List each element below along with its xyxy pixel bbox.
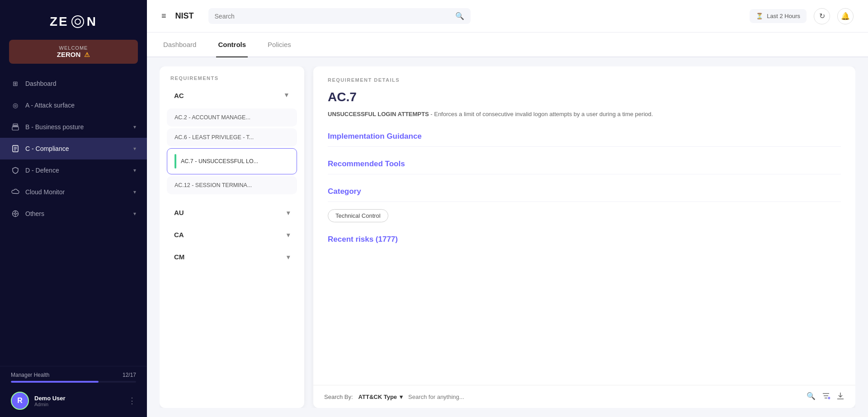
health-bar-fill xyxy=(11,381,99,383)
sidebar: ZE N WELCOME ZERON ⚠ ⊞ Dashboard ◎ A - A… xyxy=(0,0,147,417)
sidebar-item-label: Others xyxy=(25,210,133,217)
chevron-down-icon: ▾ xyxy=(400,394,403,400)
accordion-group-au: AU ▾ xyxy=(167,203,297,222)
svg-rect-0 xyxy=(12,126,19,127)
sidebar-item-attack-surface[interactable]: ◎ A - Attack surface xyxy=(0,94,147,116)
sidebar-item-cloud-monitor[interactable]: Cloud Monitor ▾ xyxy=(0,181,147,203)
refresh-button[interactable]: ↻ xyxy=(814,8,830,24)
sidebar-item-label: A - Attack surface xyxy=(25,102,136,109)
bottom-search-bar: Search By: ATT&CK Type ▾ 🔍 xyxy=(313,385,855,408)
hamburger-menu-icon[interactable]: ≡ xyxy=(161,11,166,21)
welcome-username: ZERON xyxy=(57,51,81,58)
chevron-down-icon: ▾ xyxy=(133,145,136,152)
requirements-scroll: AC ▲ AC.2 - ACCOUNT MANAGE... AC.6 - LEA… xyxy=(160,86,304,408)
bottom-search-input[interactable] xyxy=(408,394,801,400)
sidebar-item-label: B - Business posture xyxy=(25,123,133,131)
svg-rect-2 xyxy=(12,127,19,130)
sidebar-item-label: C - Compliance xyxy=(25,145,133,152)
topbar-right: ⏳ Last 2 Hours ↻ 🔔 xyxy=(750,8,854,24)
logo-icon xyxy=(71,15,84,28)
requirements-pane: REQUIREMENTS AC ▲ AC.2 - ACCOUNT MANAGE.… xyxy=(160,66,304,408)
sidebar-item-defence[interactable]: D - Defence ▾ xyxy=(0,159,147,181)
accordion-ac-header[interactable]: AC ▲ xyxy=(167,86,297,105)
user-name: Demo User xyxy=(34,395,123,402)
sidebar-item-others[interactable]: Others ▾ xyxy=(0,203,147,225)
accordion-ca-header[interactable]: CA ▾ xyxy=(167,225,297,244)
accordion-ac-label: AC xyxy=(174,92,184,99)
accordion-ca-label: CA xyxy=(174,231,184,239)
nav-items: ⊞ Dashboard ◎ A - Attack surface B - Bus… xyxy=(0,73,147,366)
chevron-down-icon: ▾ xyxy=(133,189,136,195)
sidebar-item-label: Cloud Monitor xyxy=(25,188,133,196)
accordion-cm-header[interactable]: CM ▾ xyxy=(167,248,297,266)
chevron-up-icon: ▲ xyxy=(283,92,290,99)
defence-icon xyxy=(11,166,20,175)
detail-section-recent-risks: Recent risks (1777) xyxy=(328,235,841,244)
page-title: NIST xyxy=(175,11,194,21)
detail-description: UNSUCCESSFUL LOGIN ATTEMPTS - Enforces a… xyxy=(328,110,841,119)
attack-surface-icon: ◎ xyxy=(11,101,20,110)
sidebar-item-dashboard[interactable]: ⊞ Dashboard xyxy=(0,73,147,94)
bell-icon[interactable]: 🔔 xyxy=(837,8,854,24)
accordion-group-ca: CA ▾ xyxy=(167,225,297,244)
sidebar-item-compliance[interactable]: C - Compliance ▾ xyxy=(0,138,147,159)
recent-risks-title: Recent risks (1777) xyxy=(328,235,841,244)
search-by-type-label: ATT&CK Type xyxy=(359,394,397,400)
chevron-down-icon: ▾ xyxy=(287,231,290,239)
search-icon[interactable]: 🔍 xyxy=(807,392,816,402)
req-item-ac7[interactable]: AC.7 - UNSUCCESSFUL LO... xyxy=(167,148,297,174)
tab-policies[interactable]: Policies xyxy=(266,33,293,57)
detail-scroll: REQUIREMENT DETAILS AC.7 UNSUCCESSFUL LO… xyxy=(313,66,855,385)
main-content: ≡ NIST 🔍 ⏳ Last 2 Hours ↻ 🔔 Dashboard Co… xyxy=(147,0,868,417)
sidebar-item-business-posture[interactable]: B - Business posture ▾ xyxy=(0,116,147,138)
tab-controls[interactable]: Controls xyxy=(216,33,248,57)
svg-rect-1 xyxy=(13,124,18,125)
detail-header-label: REQUIREMENT DETAILS xyxy=(328,77,841,83)
logo: ZE N xyxy=(11,14,136,29)
category-badge: Technical Control xyxy=(328,209,388,222)
sidebar-item-label: D - Defence xyxy=(25,167,133,174)
manager-health-value: 12/17 xyxy=(123,372,136,378)
time-filter[interactable]: ⏳ Last 2 Hours xyxy=(750,9,807,23)
req-item-indicator xyxy=(175,154,176,169)
compliance-icon xyxy=(11,144,20,153)
welcome-box: WELCOME ZERON ⚠ xyxy=(9,40,138,64)
filter-icon[interactable] xyxy=(822,392,830,402)
search-by-label: Search By: xyxy=(324,394,353,400)
time-filter-label: Last 2 Hours xyxy=(767,13,800,19)
accordion-au-header[interactable]: AU ▾ xyxy=(167,203,297,222)
detail-desc-rest: - Enforces a limit of consecutive invali… xyxy=(429,111,653,117)
topbar: ≡ NIST 🔍 ⏳ Last 2 Hours ↻ 🔔 xyxy=(147,0,868,33)
search-bar: 🔍 xyxy=(208,8,471,24)
req-item-ac2[interactable]: AC.2 - ACCOUNT MANAGE... xyxy=(167,108,297,127)
hourglass-icon: ⏳ xyxy=(756,13,763,19)
req-item-ac6[interactable]: AC.6 - LEAST PRIVILEGE - T... xyxy=(167,128,297,146)
dashboard-icon: ⊞ xyxy=(11,79,20,88)
detail-pane: REQUIREMENT DETAILS AC.7 UNSUCCESSFUL LO… xyxy=(313,66,855,408)
req-item-label: AC.7 - UNSUCCESSFUL LO... xyxy=(181,158,258,164)
download-icon[interactable] xyxy=(836,392,844,402)
detail-section-tools: Recommended Tools xyxy=(328,159,841,174)
search-icon[interactable]: 🔍 xyxy=(455,12,464,20)
chevron-down-icon: ▾ xyxy=(133,167,136,173)
sidebar-item-label: Dashboard xyxy=(25,80,136,87)
detail-section-implementation: Implementation Guidance xyxy=(328,132,841,147)
accordion-group-cm: CM ▾ xyxy=(167,248,297,266)
req-item-ac12[interactable]: AC.12 - SESSION TERMINA... xyxy=(167,176,297,194)
accordion-cm-label: CM xyxy=(174,253,184,261)
manager-health-label: Manager Health xyxy=(11,372,49,378)
logo-area: ZE N xyxy=(0,0,147,40)
implementation-guidance-title: Implementation Guidance xyxy=(328,132,841,147)
welcome-user: ZERON ⚠ xyxy=(16,51,131,58)
cloud-monitor-icon xyxy=(11,187,20,197)
detail-section-category: Category Technical Control xyxy=(328,187,841,222)
search-by-type-select[interactable]: ATT&CK Type ▾ xyxy=(359,394,403,400)
chevron-down-icon: ▾ xyxy=(287,253,290,261)
req-item-label: AC.12 - SESSION TERMINA... xyxy=(175,182,252,188)
tab-dashboard[interactable]: Dashboard xyxy=(161,33,198,57)
health-bar xyxy=(11,381,136,383)
others-icon xyxy=(11,209,20,218)
more-options-icon[interactable]: ⋮ xyxy=(128,396,136,406)
search-input[interactable] xyxy=(215,13,452,20)
warning-icon: ⚠ xyxy=(84,51,90,58)
